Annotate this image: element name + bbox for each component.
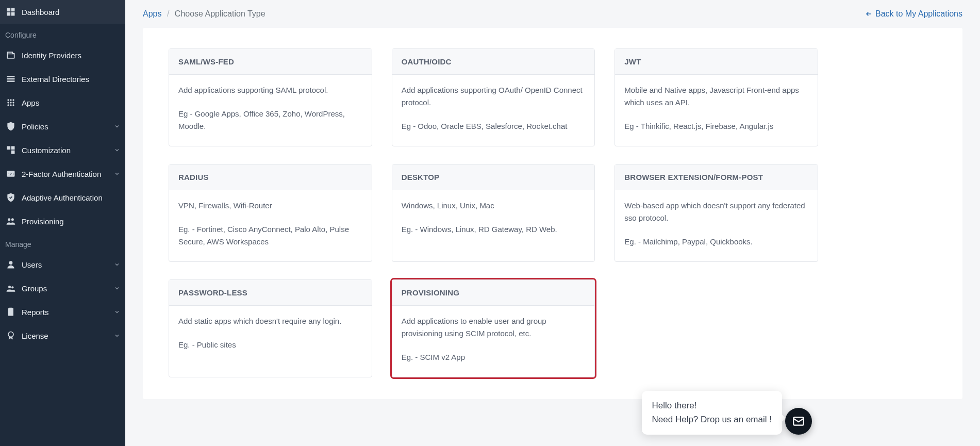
svg-point-20 bbox=[8, 218, 10, 221]
svg-point-23 bbox=[8, 286, 11, 288]
sidebar-item-reports[interactable]: Reports bbox=[0, 300, 125, 324]
sidebar-item-dashboard[interactable]: Dashboard bbox=[0, 0, 125, 24]
card-description: Add applications supporting SAML protoco… bbox=[178, 84, 362, 96]
chevron-down-icon bbox=[114, 333, 120, 339]
svg-point-10 bbox=[7, 102, 9, 103]
twofa-icon: 123 bbox=[5, 168, 16, 179]
back-to-applications-link[interactable]: Back to My Applications bbox=[865, 9, 962, 19]
chat-line-1: Hello there! bbox=[652, 399, 772, 412]
card-description: Add applications to enable user and grou… bbox=[402, 315, 586, 340]
sidebar-item-label: Customization bbox=[22, 146, 114, 155]
sidebar-item-label: Policies bbox=[22, 122, 114, 131]
card-examples: Eg - Odoo, Oracle EBS, Salesforce, Rocke… bbox=[402, 120, 586, 133]
groups-icon bbox=[5, 283, 16, 294]
svg-rect-25 bbox=[8, 308, 13, 316]
svg-rect-4 bbox=[7, 76, 15, 77]
app-type-card-provisioning-card[interactable]: PROVISIONINGAdd applications to enable u… bbox=[392, 279, 595, 377]
svg-rect-16 bbox=[7, 146, 11, 150]
card-examples: Eg. - Mailchimp, Paypal, Quickbooks. bbox=[624, 236, 808, 248]
svg-rect-1 bbox=[11, 8, 15, 12]
sidebar-item-policies[interactable]: Policies bbox=[0, 114, 125, 138]
app-type-card-desktop[interactable]: DESKTOPWindows, Linux, Unix, MacEg. - Wi… bbox=[392, 164, 595, 262]
chevron-down-icon bbox=[114, 285, 120, 291]
card-description: Mobile and Native apps, Javascript Front… bbox=[624, 84, 808, 109]
app-type-card-radius[interactable]: RADIUSVPN, Firewalls, Wifi-RouterEg. - F… bbox=[169, 164, 372, 262]
chevron-down-icon bbox=[114, 123, 120, 129]
breadcrumb-root[interactable]: Apps bbox=[143, 9, 161, 18]
sidebar-item-external-directories[interactable]: External Directories bbox=[0, 67, 125, 91]
sidebar-item-label: Identity Providers bbox=[22, 51, 120, 60]
sidebar-item-label: External Directories bbox=[22, 75, 120, 84]
app-type-card-saml[interactable]: SAML/WS-FEDAdd applications supporting S… bbox=[169, 48, 372, 146]
svg-rect-5 bbox=[7, 78, 15, 80]
card-title: PROVISIONING bbox=[392, 280, 595, 306]
app-type-card-passwordless[interactable]: PASSWORD-LESSAdd static apps which doesn… bbox=[169, 279, 372, 377]
sidebar-section-configure: Configure bbox=[0, 24, 125, 43]
sidebar-item-label: Reports bbox=[22, 308, 114, 317]
app-type-card-oauth[interactable]: OAUTH/OIDCAdd applications supporting OA… bbox=[392, 48, 595, 146]
sidebar-item-customization[interactable]: Customization bbox=[0, 138, 125, 162]
app-type-card-jwt[interactable]: JWTMobile and Native apps, Javascript Fr… bbox=[614, 48, 818, 146]
application-type-cards: SAML/WS-FEDAdd applications supporting S… bbox=[169, 48, 818, 377]
adaptive-icon bbox=[5, 192, 16, 203]
mail-icon bbox=[792, 415, 805, 428]
sidebar-item-identity-providers[interactable]: Identity Providers bbox=[0, 43, 125, 67]
svg-rect-17 bbox=[11, 146, 15, 150]
sidebar-item-groups[interactable]: Groups bbox=[0, 276, 125, 300]
svg-point-24 bbox=[11, 286, 13, 288]
main-content: Apps / Choose Application Type Back to M… bbox=[125, 0, 980, 446]
svg-rect-6 bbox=[7, 80, 15, 82]
sidebar-item-label: 2-Factor Authentication bbox=[22, 170, 114, 178]
card-examples: Eg - Google Apps, Office 365, Zoho, Word… bbox=[178, 108, 362, 133]
svg-point-13 bbox=[7, 104, 9, 106]
svg-rect-26 bbox=[9, 308, 13, 309]
chevron-down-icon bbox=[114, 309, 120, 315]
chevron-down-icon bbox=[114, 171, 120, 177]
breadcrumb-current: Choose Application Type bbox=[175, 9, 265, 18]
chat-tooltip: Hello there! Need Help? Drop us an email… bbox=[642, 391, 782, 435]
customization-icon bbox=[5, 144, 16, 156]
svg-rect-0 bbox=[7, 8, 11, 12]
card-examples: Eg. - SCIM v2 App bbox=[402, 351, 586, 364]
sidebar-item-label: Users bbox=[22, 260, 114, 269]
arrow-left-icon bbox=[865, 10, 872, 18]
idp-icon bbox=[5, 49, 16, 61]
sidebar-item-apps[interactable]: Apps bbox=[0, 91, 125, 114]
svg-point-9 bbox=[12, 99, 14, 101]
card-description: Windows, Linux, Unix, Mac bbox=[402, 200, 586, 212]
svg-point-11 bbox=[10, 102, 11, 103]
svg-rect-3 bbox=[11, 12, 15, 16]
users-icon bbox=[5, 259, 16, 270]
svg-point-14 bbox=[10, 104, 11, 106]
card-description: VPN, Firewalls, Wifi-Router bbox=[178, 200, 362, 212]
svg-point-27 bbox=[8, 332, 13, 337]
card-title: PASSWORD-LESS bbox=[169, 280, 372, 306]
svg-point-21 bbox=[11, 218, 14, 221]
card-examples: Eg. - Fortinet, Cisco AnyConnect, Palo A… bbox=[178, 223, 362, 248]
sidebar: Dashboard Configure Identity ProvidersEx… bbox=[0, 0, 125, 446]
breadcrumb: Apps / Choose Application Type bbox=[143, 9, 265, 19]
license-icon bbox=[5, 330, 16, 341]
sidebar-item-label: License bbox=[22, 332, 114, 340]
sidebar-item-adaptive-auth[interactable]: Adaptive Authentication bbox=[0, 186, 125, 209]
chat-launcher-button[interactable] bbox=[785, 408, 812, 435]
dashboard-icon bbox=[5, 6, 16, 18]
card-title: RADIUS bbox=[169, 164, 372, 190]
provisioning-icon bbox=[5, 216, 16, 227]
svg-point-8 bbox=[10, 99, 11, 101]
app-type-card-browser-ext[interactable]: BROWSER EXTENSION/FORM-POSTWeb-based app… bbox=[614, 164, 818, 262]
sidebar-item-license[interactable]: License bbox=[0, 324, 125, 348]
sidebar-item-users[interactable]: Users bbox=[0, 253, 125, 276]
card-description: Add static apps which doesn't require an… bbox=[178, 315, 362, 327]
card-title: BROWSER EXTENSION/FORM-POST bbox=[615, 164, 818, 190]
svg-point-22 bbox=[9, 261, 13, 265]
sidebar-item-two-factor[interactable]: 1232-Factor Authentication bbox=[0, 162, 125, 186]
directories-icon bbox=[5, 73, 16, 85]
card-description: Web-based app which doesn't support any … bbox=[624, 200, 808, 224]
reports-icon bbox=[5, 306, 16, 318]
card-title: DESKTOP bbox=[392, 164, 595, 190]
sidebar-item-provisioning[interactable]: Provisioning bbox=[0, 209, 125, 233]
svg-point-15 bbox=[12, 104, 14, 106]
sidebar-section-manage: Manage bbox=[0, 233, 125, 253]
sidebar-item-label: Apps bbox=[22, 98, 120, 107]
